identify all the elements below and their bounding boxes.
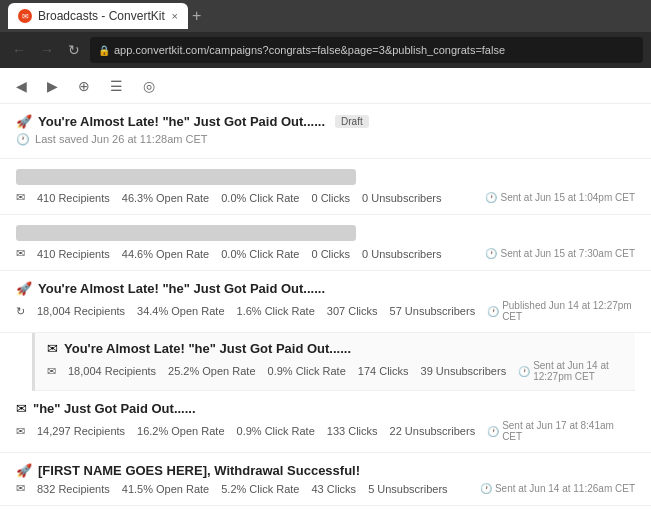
timestamp-text: Sent at Jun 14 at 11:26am CET bbox=[495, 483, 635, 494]
list-item[interactable]: 🚀 You're Almost Late! "he" Just Got Paid… bbox=[0, 104, 651, 159]
campaign-stats: ✉ 410 Recipients 44.6% Open Rate 0.0% Cl… bbox=[16, 247, 635, 260]
page-content: ◀ ▶ ⊕ ☰ ◎ 🚀 You're Almost Late! "he" Jus… bbox=[0, 68, 651, 509]
envelope-icon: ✉ bbox=[16, 247, 25, 260]
stat-clicks: 307 Clicks bbox=[327, 305, 378, 317]
address-bar[interactable]: 🔒 app.convertkit.com/campaigns?congrats=… bbox=[90, 37, 643, 63]
tab-favicon bbox=[18, 9, 32, 23]
campaign-title: You're Almost Late! "he" Just Got Paid O… bbox=[64, 341, 351, 356]
timestamp-text: Sent at Jun 15 at 1:04pm CET bbox=[500, 192, 635, 203]
stat-open-rate: 16.2% Open Rate bbox=[137, 425, 224, 437]
campaign-timestamp: 🕐 Sent at Jun 15 at 7:30am CET bbox=[485, 248, 635, 259]
envelope-icon: ✉ bbox=[16, 191, 25, 204]
campaign-save-date: Last saved Jun 26 at 11:28am CET bbox=[35, 133, 207, 145]
campaign-stats: ✉ 832 Recipients 41.5% Open Rate 5.2% Cl… bbox=[16, 482, 635, 495]
campaign-timestamp: 🕐 Sent at Jun 15 at 1:04pm CET bbox=[485, 192, 635, 203]
stat-clicks: 0 Clicks bbox=[312, 248, 351, 260]
clock-icon: 🕐 bbox=[487, 306, 499, 317]
rocket-icon: 🚀 bbox=[16, 463, 32, 478]
campaign-header: ✉ You're Almost Late! "he" Just Got Paid… bbox=[47, 341, 623, 356]
stat-click-rate: 1.6% Click Rate bbox=[237, 305, 315, 317]
clock-icon: 🕐 bbox=[485, 248, 497, 259]
stat-open-rate: 34.4% Open Rate bbox=[137, 305, 224, 317]
campaign-header: 🚀 [FIRST NAME GOES HERE], Withdrawal Suc… bbox=[16, 463, 635, 478]
stat-clicks: 133 Clicks bbox=[327, 425, 378, 437]
blurred-content bbox=[16, 169, 356, 185]
campaign-title: You're Almost Late! "he" Just Got Paid O… bbox=[38, 114, 325, 129]
stat-unsubscribers: 57 Unsubscribers bbox=[390, 305, 476, 317]
tab-close-button[interactable]: × bbox=[172, 10, 178, 22]
stat-clicks: 43 Clicks bbox=[312, 483, 357, 495]
blurred-content bbox=[16, 225, 356, 241]
list-item[interactable]: ✉ "he" Just Got Paid Out...... ✉ 14,297 … bbox=[0, 391, 651, 453]
campaign-timestamp: 🕐 Sent at Jun 14 at 11:26am CET bbox=[480, 483, 635, 494]
campaign-timestamp: 🕐 Published Jun 14 at 12:27pm CET bbox=[487, 300, 635, 322]
stat-unsubscribers: 22 Unsubscribers bbox=[390, 425, 476, 437]
stat-click-rate: 0.0% Click Rate bbox=[221, 248, 299, 260]
envelope-icon: ✉ bbox=[47, 341, 58, 356]
envelope-icon: ✉ bbox=[16, 425, 25, 438]
campaign-stats: ✉ 18,004 Recipients 25.2% Open Rate 0.9%… bbox=[47, 360, 623, 382]
address-text: app.convertkit.com/campaigns?congrats=fa… bbox=[114, 44, 505, 56]
campaign-title: [FIRST NAME GOES HERE], Withdrawal Succe… bbox=[38, 463, 360, 478]
timestamp-text: Sent at Jun 14 at 12:27pm CET bbox=[533, 360, 623, 382]
nav-icon-1[interactable]: ◀ bbox=[16, 78, 27, 94]
campaign-header: 🚀 You're Almost Late! "he" Just Got Paid… bbox=[16, 114, 635, 129]
clock-icon: 🕐 bbox=[487, 426, 499, 437]
stat-click-rate: 0.9% Click Rate bbox=[268, 365, 346, 377]
campaigns-list: 🚀 You're Almost Late! "he" Just Got Paid… bbox=[0, 104, 651, 509]
rocket-icon: 🚀 bbox=[16, 281, 32, 296]
timestamp-text: Sent at Jun 15 at 7:30am CET bbox=[500, 248, 635, 259]
list-item[interactable]: ✉ 410 Recipients 44.6% Open Rate 0.0% Cl… bbox=[0, 215, 651, 271]
browser-titlebar: Broadcasts - ConvertKit × + bbox=[0, 0, 651, 32]
list-item[interactable]: ✉ You're Almost Late! "he" Just Got Paid… bbox=[32, 333, 635, 391]
stat-recipients: 410 Recipients bbox=[37, 248, 110, 260]
campaign-stats: ✉ 410 Recipients 46.3% Open Rate 0.0% Cl… bbox=[16, 191, 635, 204]
rocket-icon: 🚀 bbox=[16, 114, 32, 129]
stat-clicks: 174 Clicks bbox=[358, 365, 409, 377]
nav-icon-3[interactable]: ⊕ bbox=[78, 78, 90, 94]
stat-open-rate: 41.5% Open Rate bbox=[122, 483, 209, 495]
new-tab-button[interactable]: + bbox=[192, 7, 201, 25]
clock-icon: 🕐 bbox=[16, 133, 30, 145]
list-item[interactable]: 🚀 [FIRST NAME GOES HERE], Withdrawal Suc… bbox=[0, 453, 651, 506]
campaign-badge: Draft bbox=[335, 115, 369, 128]
app-topnav: ◀ ▶ ⊕ ☰ ◎ bbox=[0, 68, 651, 104]
stat-unsubscribers: 0 Unsubscribers bbox=[362, 192, 441, 204]
campaign-meta: 🕐 Last saved Jun 26 at 11:28am CET bbox=[16, 133, 635, 146]
clock-icon: 🕐 bbox=[518, 366, 530, 377]
campaign-header: ✉ "he" Just Got Paid Out...... bbox=[16, 401, 635, 416]
campaign-title: "he" Just Got Paid Out...... bbox=[33, 401, 196, 416]
clock-icon: 🕐 bbox=[485, 192, 497, 203]
stat-unsubscribers: 5 Unsubscribers bbox=[368, 483, 447, 495]
nav-icon-4[interactable]: ☰ bbox=[110, 78, 123, 94]
browser-navbar: ← → ↻ 🔒 app.convertkit.com/campaigns?con… bbox=[0, 32, 651, 68]
stat-open-rate: 25.2% Open Rate bbox=[168, 365, 255, 377]
nav-icon-5[interactable]: ◎ bbox=[143, 78, 155, 94]
stat-recipients: 410 Recipients bbox=[37, 192, 110, 204]
list-item[interactable]: 🚀 You're Almost Late! "he" Just Got Paid… bbox=[0, 271, 651, 333]
stat-unsubscribers: 39 Unsubscribers bbox=[421, 365, 507, 377]
refresh-button[interactable]: ↻ bbox=[64, 38, 84, 62]
stat-recipients: 14,297 Recipients bbox=[37, 425, 125, 437]
back-button[interactable]: ← bbox=[8, 38, 30, 62]
stat-clicks: 0 Clicks bbox=[312, 192, 351, 204]
stat-click-rate: 0.0% Click Rate bbox=[221, 192, 299, 204]
campaign-timestamp: 🕐 Sent at Jun 14 at 12:27pm CET bbox=[518, 360, 623, 382]
stat-recipients: 18,004 Recipients bbox=[37, 305, 125, 317]
timestamp-text: Sent at Jun 17 at 8:41am CET bbox=[502, 420, 635, 442]
browser-tab[interactable]: Broadcasts - ConvertKit × bbox=[8, 3, 188, 29]
forward-button[interactable]: → bbox=[36, 38, 58, 62]
stat-unsubscribers: 0 Unsubscribers bbox=[362, 248, 441, 260]
envelope-icon: ✉ bbox=[47, 365, 56, 378]
list-item[interactable]: ✉ 410 Recipients 46.3% Open Rate 0.0% Cl… bbox=[0, 159, 651, 215]
envelope-icon: ✉ bbox=[16, 401, 27, 416]
stat-click-rate: 5.2% Click Rate bbox=[221, 483, 299, 495]
campaign-stats: ✉ 14,297 Recipients 16.2% Open Rate 0.9%… bbox=[16, 420, 635, 442]
campaign-header: 🚀 You're Almost Late! "he" Just Got Paid… bbox=[16, 281, 635, 296]
refresh-icon: ↻ bbox=[16, 305, 25, 318]
tab-title: Broadcasts - ConvertKit bbox=[38, 9, 165, 23]
timestamp-text: Published Jun 14 at 12:27pm CET bbox=[502, 300, 635, 322]
nav-icon-2[interactable]: ▶ bbox=[47, 78, 58, 94]
browser-chrome: Broadcasts - ConvertKit × + ← → ↻ 🔒 app.… bbox=[0, 0, 651, 68]
campaign-timestamp: 🕐 Sent at Jun 17 at 8:41am CET bbox=[487, 420, 635, 442]
